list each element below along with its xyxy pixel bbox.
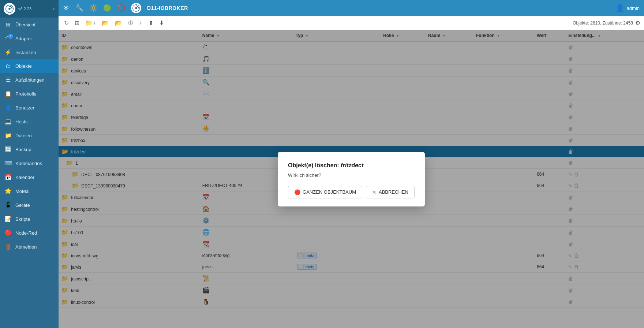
sidebar: v6.2.23 ‹ ⊞ Übersicht 🔌 Adapter 1 ⚡ Inst… — [0, 0, 59, 328]
skripte-icon: 📝 — [4, 216, 12, 222]
cancel-label: ABBRECHEN — [379, 189, 408, 195]
delete-dialog: Objekt(e) löschen: fritzdect Wirklich si… — [278, 152, 425, 206]
download-btn[interactable]: ⬇ — [157, 18, 166, 27]
sidebar-item-skripte[interactable]: 📝 Skripte — [0, 212, 59, 226]
instanzen-icon: ⚡ — [4, 49, 12, 56]
sidebar-item-label-kalender: Kalender — [15, 175, 34, 180]
sidebar-item-objekte[interactable]: 🗂 Objekte — [0, 59, 59, 73]
grid-btn[interactable]: ⊞ — [73, 18, 81, 27]
aufzaehlungen-icon: ☰ — [4, 77, 12, 83]
sidebar-item-abmelden[interactable]: 🚪 Abmelden — [0, 240, 59, 254]
geraete-icon: 📱 — [4, 202, 12, 208]
sidebar-item-label-objekte: Objekte — [15, 63, 32, 69]
toolbar: ↻ ⊞ 📁+ 📂 📂 ① + ⬆ ⬇ Objekte: 2810, Zustän… — [59, 16, 644, 30]
sidebar-item-nodered[interactable]: 🔴 Node-Red — [0, 226, 59, 240]
delete-tree-label: GANZEN OBJEKTBAUM — [303, 189, 356, 195]
nodered-icon: 🔴 — [4, 230, 12, 236]
sidebar-item-backup[interactable]: 🔄 Backup — [0, 142, 59, 156]
sidebar-item-label-kommandos: Kommandos — [15, 161, 42, 166]
add-btn[interactable]: + — [137, 19, 144, 27]
topbar-extension-icon[interactable]: 🟢 — [103, 4, 111, 12]
app-logo — [4, 3, 15, 15]
toolbar-status: Objekte: 2810, Zustände: 2458 ⚙ — [573, 19, 640, 26]
dialog-title-name: fritzdect — [341, 162, 363, 168]
sidebar-item-geraete[interactable]: 📱 Geräte — [0, 198, 59, 212]
objects-table-wrapper: ID Name ▼ Typ ▼ Rolle ▼ Raum ▼ Funktion … — [59, 30, 644, 328]
benutzer-icon: 👤 — [4, 104, 12, 111]
sidebar-item-label-geraete: Geräte — [15, 202, 30, 208]
objekte-icon: 🗂 — [4, 63, 12, 69]
dialog-title-prefix: Objekt(e) löschen: — [288, 162, 341, 168]
kalender-icon: 📅 — [4, 174, 12, 180]
blue-folder-btn[interactable]: 📂 — [113, 18, 124, 27]
new-folder-btn[interactable]: 📁+ — [83, 18, 98, 27]
sidebar-logo: v6.2.23 ‹ — [0, 0, 59, 18]
sidebar-item-label-adapter: Adapter — [15, 36, 32, 41]
sidebar-item-label-instanzen: Instanzen — [15, 50, 36, 55]
topbar-logo-icon — [131, 3, 141, 13]
topbar-username: admin — [627, 5, 640, 11]
sidebar-item-moma[interactable]: 🌟 MoMa — [0, 184, 59, 198]
delete-icon: 🔴 — [294, 189, 300, 195]
sidebar-item-adapter[interactable]: 🔌 Adapter 1 — [0, 31, 59, 45]
uebersicht-icon: ⊞ — [4, 21, 12, 28]
dialog-title: Objekt(e) löschen: fritzdect — [288, 162, 415, 169]
topbar-title: D11-IOBROKER — [147, 5, 610, 11]
sidebar-item-label-uebersicht: Übersicht — [15, 22, 35, 27]
protokolle-icon: 📋 — [4, 90, 12, 97]
dialog-actions: 🔴 GANZEN OBJEKTBAUM ✕ ABBRECHEN — [288, 186, 415, 198]
backup-icon: 🔄 — [4, 146, 12, 153]
cancel-button[interactable]: ✕ ABBRECHEN — [366, 186, 415, 198]
topbar-user: 👤 admin — [615, 4, 640, 12]
sidebar-item-aufzaehlungen[interactable]: ☰ Aufzählungen — [0, 73, 59, 87]
sidebar-item-label-aufzaehlungen: Aufzählungen — [15, 77, 45, 83]
dateien-icon: 📁 — [4, 132, 12, 139]
sidebar-item-benutzer[interactable]: 👤 Benutzer — [0, 101, 59, 115]
moma-icon: 🌟 — [4, 188, 12, 194]
delete-tree-button[interactable]: 🔴 GANZEN OBJEKTBAUM — [288, 186, 362, 198]
sidebar-item-kommandos[interactable]: ⌨ Kommandos — [0, 156, 59, 170]
sidebar-item-label-dateien: Dateien — [15, 133, 32, 138]
open-folder-btn[interactable]: 📂 — [100, 18, 111, 27]
sidebar-nav: ⊞ Übersicht 🔌 Adapter 1 ⚡ Instanzen 🗂 Ob… — [0, 18, 59, 328]
sidebar-item-hosts[interactable]: 💻 Hosts — [0, 115, 59, 128]
sidebar-item-instanzen[interactable]: ⚡ Instanzen — [0, 45, 59, 59]
number-btn[interactable]: ① — [126, 18, 135, 27]
topbar-wrench-icon[interactable]: 🔧 — [75, 4, 83, 12]
sidebar-item-label-abmelden: Abmelden — [15, 244, 37, 250]
adapter-badge: 1 — [8, 34, 13, 39]
hosts-icon: 💻 — [4, 118, 12, 125]
topbar-brightness-icon[interactable]: 🔆 — [89, 4, 97, 12]
sidebar-item-label-backup: Backup — [15, 147, 31, 152]
svg-point-1 — [8, 8, 11, 10]
sidebar-item-kalender[interactable]: 📅 Kalender — [0, 170, 59, 184]
topbar-user-icon: 👤 — [615, 4, 625, 12]
refresh-btn[interactable]: ↻ — [62, 18, 71, 27]
toolbar-settings-icon[interactable]: ⚙ — [635, 19, 640, 26]
sidebar-item-label-protokolle: Protokolle — [15, 91, 37, 97]
sidebar-collapse-btn[interactable]: ‹ — [53, 5, 55, 12]
sidebar-item-dateien[interactable]: 📁 Dateien — [0, 128, 59, 142]
dialog-overlay: Objekt(e) löschen: fritzdect Wirklich si… — [59, 30, 644, 328]
topbar-eye-icon[interactable]: 👁 — [63, 4, 70, 12]
sidebar-item-label-hosts: Hosts — [15, 119, 27, 124]
svg-point-3 — [135, 7, 137, 9]
sidebar-item-label-moma: MoMa — [15, 189, 29, 194]
sidebar-item-label-benutzer: Benutzer — [15, 105, 34, 111]
sidebar-item-label-skripte: Skripte — [15, 216, 30, 222]
sidebar-item-protokolle[interactable]: 📋 Protokolle — [0, 87, 59, 101]
kommandos-icon: ⌨ — [4, 160, 12, 167]
dialog-body: Wirklich sicher? — [288, 172, 415, 178]
status-text: Objekte: 2810, Zustände: 2458 — [573, 20, 633, 26]
abmelden-icon: 🚪 — [4, 243, 12, 250]
sidebar-item-label-nodered: Node-Red — [15, 230, 37, 236]
cancel-icon: ✕ — [372, 189, 377, 195]
main-area: 👁 🔧 🔆 🟢 🚫 D11-IOBROKER 👤 admin ↻ ⊞ 📁+ 📂 … — [59, 0, 644, 328]
topbar-noentry-icon[interactable]: 🚫 — [117, 4, 125, 12]
topbar: 👁 🔧 🔆 🟢 🚫 D11-IOBROKER 👤 admin — [59, 0, 644, 16]
upload-btn[interactable]: ⬆ — [147, 18, 155, 27]
app-version: v6.2.23 — [18, 7, 31, 11]
sidebar-item-uebersicht[interactable]: ⊞ Übersicht — [0, 18, 59, 31]
